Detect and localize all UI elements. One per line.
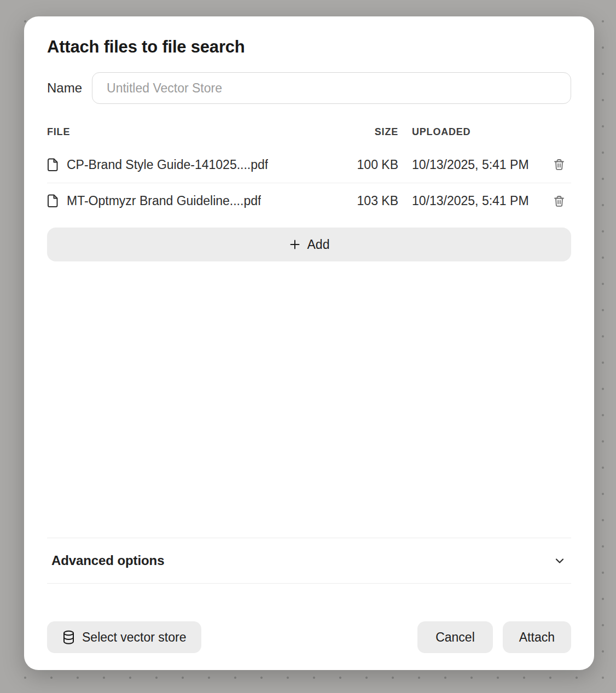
name-label: Name bbox=[47, 80, 82, 96]
file-cell: MT-Optmyzr Brand Guideline....pdf bbox=[47, 194, 333, 208]
dialog-footer: Select vector store Cancel Attach bbox=[47, 621, 571, 653]
column-header-size: SIZE bbox=[333, 126, 398, 138]
attach-files-dialog: Attach files to file search Name FILE SI… bbox=[24, 16, 594, 670]
column-header-uploaded: UPLOADED bbox=[398, 126, 547, 138]
file-size: 100 KB bbox=[333, 158, 398, 172]
file-uploaded: 10/13/2025, 5:41 PM bbox=[398, 194, 547, 208]
delete-file-button[interactable] bbox=[547, 189, 571, 213]
file-size: 103 KB bbox=[333, 194, 398, 208]
file-icon bbox=[47, 158, 59, 172]
file-name: CP-Brand Style Guide-141025....pdf bbox=[67, 158, 268, 172]
file-icon bbox=[47, 194, 59, 208]
file-name: MT-Optmyzr Brand Guideline....pdf bbox=[67, 194, 261, 208]
attach-button[interactable]: Attach bbox=[503, 621, 571, 653]
attach-button-label: Attach bbox=[519, 630, 555, 645]
dialog-title: Attach files to file search bbox=[47, 37, 571, 57]
chevron-down-icon bbox=[553, 554, 567, 568]
select-vector-store-label: Select vector store bbox=[82, 630, 186, 645]
file-table: FILE SIZE UPLOADED CP-Brand Style Guide-… bbox=[47, 125, 571, 219]
add-file-button[interactable]: Add bbox=[47, 228, 571, 261]
plus-icon bbox=[289, 238, 301, 251]
cancel-button-label: Cancel bbox=[435, 630, 475, 645]
file-uploaded: 10/13/2025, 5:41 PM bbox=[398, 158, 547, 172]
trash-icon bbox=[553, 158, 566, 171]
database-icon bbox=[62, 630, 75, 645]
cancel-button[interactable]: Cancel bbox=[417, 621, 493, 653]
file-cell: CP-Brand Style Guide-141025....pdf bbox=[47, 158, 333, 172]
column-header-file: FILE bbox=[47, 126, 333, 138]
trash-icon bbox=[553, 195, 566, 208]
table-header-row: FILE SIZE UPLOADED bbox=[47, 125, 571, 139]
select-vector-store-button[interactable]: Select vector store bbox=[47, 621, 201, 653]
table-row: MT-Optmyzr Brand Guideline....pdf 103 KB… bbox=[47, 183, 571, 219]
vector-store-name-input[interactable] bbox=[92, 72, 571, 104]
empty-area bbox=[47, 261, 571, 538]
footer-actions: Cancel Attach bbox=[417, 621, 571, 653]
delete-file-button[interactable] bbox=[547, 153, 571, 177]
advanced-options-label: Advanced options bbox=[51, 553, 164, 568]
advanced-options-toggle[interactable]: Advanced options bbox=[47, 538, 571, 584]
add-button-label: Add bbox=[307, 237, 330, 252]
name-field-row: Name bbox=[47, 72, 571, 104]
table-row: CP-Brand Style Guide-141025....pdf 100 K… bbox=[47, 147, 571, 183]
